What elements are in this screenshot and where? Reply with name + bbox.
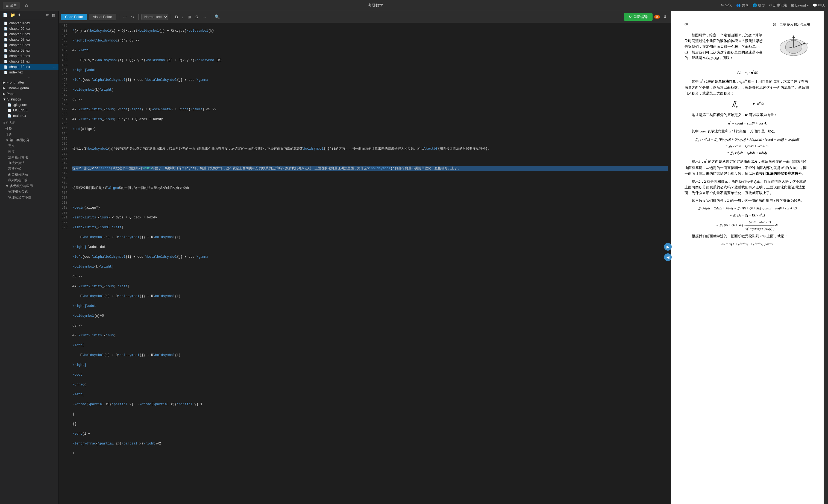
folder-item[interactable]: ▶ Paper (0, 91, 58, 97)
file-item[interactable]: 📄chapter09.tex (0, 48, 58, 53)
arrow-left-button[interactable]: ◀ (664, 254, 671, 261)
outline-sub-item[interactable]: 物理相关公式 (0, 189, 58, 195)
topbar-actions: 👁 审阅 👥 共享 🌐 提交 ↺ 历史记录 ⊞ Layout ▾ 💬 聊天 (720, 3, 825, 8)
more-files-indicator: ··· (0, 75, 58, 80)
code-line: P\boldsymbol{i} + Q\boldsymbol{j} + R\bo… (72, 294, 668, 299)
page-header: 80 第十二章 多元积分与应用 (685, 22, 810, 27)
surface-diagram: n v₀ dS (769, 33, 810, 62)
code-line: \right] (72, 363, 668, 367)
file-menu-icon[interactable]: ··· (53, 65, 56, 69)
menu-button[interactable]: ☰ 菜单 (3, 2, 20, 9)
italic-button[interactable]: I (181, 14, 185, 20)
chevron-down-icon: ▼ (5, 138, 9, 142)
sidebar: 📄 📁 ⬆ ✏ 🗑 📄chapter04.tex 📄chapter05.tex … (0, 11, 59, 504)
code-line: -\dfrac{\partial z}{\partial x}, -\dfrac… (72, 402, 668, 407)
file-item-active[interactable]: 📄chapter12.tex··· (0, 64, 58, 70)
tab-code-editor[interactable]: Code Editor (61, 14, 87, 20)
outline-sub-item[interactable]: 性质 (0, 149, 58, 154)
outline-sub-item[interactable]: 直接计算法 (0, 160, 58, 166)
folder-item-statistics[interactable]: ▼ Statistics (0, 97, 58, 102)
preview-para-final: 根据我们前面就学过的，把面积微元投影到 xOy 上面，就是： (685, 233, 810, 239)
home-button[interactable]: ⌂ (23, 2, 30, 9)
arrow-right-button[interactable]: ▶ (664, 243, 671, 250)
outline-sub-item[interactable]: 物理意义与小结 (0, 195, 58, 200)
history-action[interactable]: ↺ 历史记录 (769, 3, 787, 8)
formula-integral-1: ∬ Σ v · n0dS (685, 99, 810, 109)
chat-action[interactable]: 💬 聊天 (813, 3, 825, 8)
line-numbers: 482483484485486 487488489490491 49249349… (59, 23, 70, 504)
outline-item[interactable]: 计算 (0, 132, 58, 137)
folder-item[interactable]: ▶ Linear-Algebra (0, 85, 58, 91)
file-icon: 📄 (4, 27, 8, 31)
more-button[interactable]: ··· (201, 14, 207, 20)
code-line: }{ (72, 421, 668, 426)
outline-sub-item[interactable]: 定义 (0, 143, 58, 149)
chat-icon: 💬 (813, 3, 817, 7)
svg-text:dS: dS (789, 46, 792, 49)
share-action[interactable]: 👥 共享 (736, 3, 749, 8)
preview-para-2: 其中 n0 代表的是单位法向量，v0·n0 相当于用向量的点乘，求出了速度在法向… (685, 78, 810, 96)
outline-sub-item[interactable]: 法向量计算法 (0, 154, 58, 160)
tab-visual-editor[interactable]: Visual Editor (89, 14, 116, 20)
file-item[interactable]: 📄index.tex (0, 70, 58, 75)
code-editor: 482483484485486 487488489490491 49249349… (59, 23, 671, 504)
submit-icon: 🌐 (753, 3, 757, 7)
file-icon: 📄 (4, 49, 8, 52)
right-panel-handle[interactable]: › (824, 11, 828, 504)
file-item[interactable]: 📄main.tex (0, 113, 58, 119)
code-line: P(x,y,z)\boldsymbol{i} + Q(x,y,z)\boldsy… (72, 58, 668, 63)
new-file-button[interactable]: 📄 (3, 12, 8, 17)
symbol-button[interactable]: Ω (194, 14, 200, 20)
code-line: \end{align*} (72, 127, 668, 132)
code-line (72, 195, 668, 200)
code-line: \iint\limits_{\sum} \left[ (72, 225, 668, 230)
outline-sub-item[interactable]: 我到底在干嘛 (0, 178, 58, 183)
svg-text:n: n (793, 34, 794, 36)
file-item[interactable]: 📄chapter05.tex (0, 26, 58, 32)
code-line: \left(\dfrac{\partial z}{\partial x}\rig… (72, 441, 668, 446)
preview-remark-1: 提示1：n0 的方向是从选定的定测曲面出发，然后向外界的一面（想象那个曲面有厚度… (685, 158, 810, 177)
code-line (72, 137, 668, 141)
code-line: &= \iint\limits_{\sum} P dydz + Q dzdx +… (72, 117, 668, 122)
file-icon: 📄 (4, 60, 8, 63)
file-item[interactable]: 📄chapter10.tex (0, 53, 58, 59)
file-item[interactable]: 📄LICENSE (0, 107, 58, 113)
file-icon: 📄 (4, 43, 8, 47)
file-item[interactable]: 📄chapter04.tex (0, 20, 58, 26)
file-item[interactable]: 📄.gitignore (0, 102, 58, 107)
bold-button[interactable]: B (174, 14, 179, 20)
rename-button[interactable]: ✏ (46, 12, 49, 17)
outline-item[interactable]: ▼ 多元积分与应用 (0, 183, 58, 189)
compile-button[interactable]: ↻ 重新编译 (624, 13, 653, 21)
outline-item[interactable]: 性质 (0, 126, 58, 132)
search-button[interactable]: 🔍 (213, 14, 222, 20)
code-line: &= \left[ (72, 48, 668, 53)
download-button[interactable]: ⬇ (662, 14, 668, 20)
outline-sub-item[interactable]: 高斯公式 (0, 166, 58, 172)
code-content[interactable]: P(x,y,z)\boldsymbol{i} + Q(x,y,z)\boldsy… (70, 23, 671, 504)
outline-item[interactable]: ▼ 第二类面积分 (0, 137, 58, 143)
history-icon: ↺ (769, 3, 772, 7)
file-item[interactable]: 📄chapter07.tex (0, 37, 58, 42)
review-action[interactable]: 👁 审阅 (720, 3, 732, 8)
table-button[interactable]: ⊞ (187, 14, 192, 20)
undo-button[interactable]: ↩ (122, 14, 128, 20)
delete-button[interactable]: 🗑 (52, 13, 56, 17)
code-line: \begin{align*} (72, 205, 668, 210)
preview-area: 80 第十二章 多元积分与应用 n (671, 11, 824, 504)
layout-action[interactable]: ⊞ Layout ▾ (791, 3, 809, 7)
format-select[interactable]: Normal text Heading 1 Heading 2 Heading … (141, 14, 168, 20)
upload-button[interactable]: ⬆ (17, 12, 21, 17)
refresh-icon: ↻ (629, 15, 632, 19)
new-folder-button[interactable]: 📁 (10, 12, 15, 17)
submit-action[interactable]: 🌐 提交 (753, 3, 765, 8)
folder-item[interactable]: ▶ Frontmatter (0, 80, 58, 85)
compile-label: 重新编译 (633, 14, 648, 19)
outline-sub-item[interactable]: 两类积分联系 (0, 172, 58, 178)
redo-button[interactable]: ↪ (129, 14, 135, 20)
file-item[interactable]: 📄chapter11.tex (0, 59, 58, 64)
code-line: \iint\limits_{\sum} P dydz + Q dzdx + Rd… (72, 215, 668, 220)
file-item[interactable]: 📄chapter06.tex (0, 32, 58, 37)
file-item[interactable]: 📄chapter08.tex (0, 42, 58, 48)
toolbar-separator (171, 14, 171, 20)
